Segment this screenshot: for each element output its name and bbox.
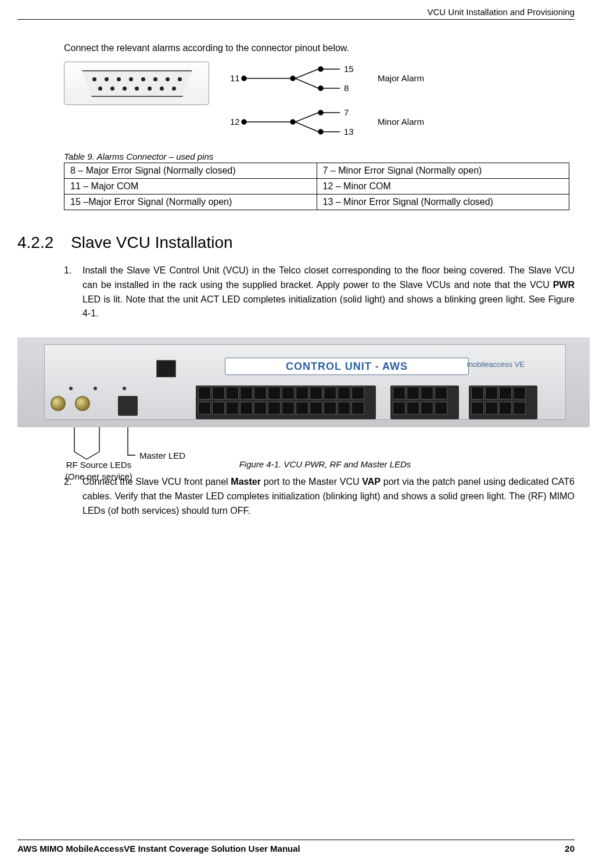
rf-led-2: [94, 387, 97, 390]
pinout-area: 11 15 8 12 7 13 Major Alarm Minor Alarm: [64, 62, 575, 146]
section-title: Slave VCU Installation: [71, 233, 233, 252]
step-1: Install the Slave VE Control Unit (VCU) …: [64, 264, 575, 321]
table-cell: 7 – Minor Error Signal (Normally open): [317, 163, 569, 179]
svg-point-7: [318, 86, 323, 91]
svg-line-6: [295, 78, 318, 88]
svg-point-16: [318, 129, 323, 134]
svg-point-2: [290, 76, 295, 81]
step-2-vap: VAP: [362, 477, 381, 487]
pin-13-label: 13: [344, 127, 354, 136]
rf-source-line1: RF Source LEDs: [66, 460, 132, 470]
table-row: 15 –Major Error Signal (Normally open) 1…: [64, 195, 569, 210]
device-brand-label: mobileaccess VE: [467, 360, 525, 369]
rf-led-1: [69, 387, 73, 390]
table-row: 8 – Major Error Signal (Normally closed)…: [64, 163, 569, 179]
pin-diagram: 11 15 8 12 7 13 Major Alarm Minor Alarm: [227, 62, 459, 146]
alarms-pin-table: 8 – Major Error Signal (Normally closed)…: [64, 163, 569, 210]
header-rule: [17, 19, 575, 20]
step-2-text-a: Connect the Slave VCU front panel: [82, 477, 231, 487]
device-title-strip: CONTROL UNIT - AWS: [225, 358, 469, 375]
svg-line-15: [295, 122, 318, 132]
ethernet-ports-a: [390, 386, 459, 419]
footer-page-number: 20: [565, 844, 575, 853]
table-cell: 12 – Minor COM: [317, 179, 569, 195]
pin-12-label: 12: [230, 117, 240, 127]
table-row: 11 – Major COM 12 – Minor COM: [64, 179, 569, 195]
device-front-panel: CONTROL UNIT - AWS mobileaccess VE: [44, 344, 566, 420]
master-led: [123, 387, 126, 390]
step-2: Connect the Slave VCU front panel Master…: [64, 475, 575, 518]
ethernet-ports-b: [469, 386, 537, 419]
major-alarm-label: Major Alarm: [378, 73, 424, 83]
table-caption: Table 9. Alarms Connector – used pins: [64, 152, 575, 161]
svg-point-13: [318, 110, 323, 115]
pin-8-label: 8: [344, 83, 349, 93]
step-1-pwr: PWR: [553, 280, 575, 290]
management-port: [156, 360, 176, 377]
master-port: [118, 396, 138, 416]
footer-manual-title: AWS MIMO MobileAccessVE Instant Coverage…: [17, 844, 300, 853]
step-1-text-b: LED is lit. Note that the unit ACT LED c…: [82, 294, 575, 319]
minor-alarm-label: Minor Alarm: [378, 117, 424, 127]
svg-point-4: [318, 67, 323, 71]
table-cell: 13 – Minor Error Signal (Normally closed…: [317, 195, 569, 210]
svg-line-3: [295, 69, 318, 78]
figure-4-1: PWR LED CONTROL UNIT - AWS mobileaccess …: [17, 337, 575, 469]
figure-caption: Figure 4-1. VCU PWR, RF and Master LEDs: [76, 459, 575, 469]
svg-point-11: [290, 120, 295, 124]
header-chapter-title: VCU Unit Installation and Provisioning: [17, 7, 575, 17]
dsub-connector-image: [64, 62, 209, 105]
device-photo: CONTROL UNIT - AWS mobileaccess VE: [17, 337, 590, 427]
master-led-callout: Master LED: [139, 451, 185, 460]
table-cell: 11 – Major COM: [64, 179, 317, 195]
table-cell: 8 – Major Error Signal (Normally closed): [64, 163, 317, 179]
ve-access-ports: [196, 386, 376, 419]
coax-port-1: [51, 396, 66, 411]
pin-7-label: 7: [344, 107, 349, 117]
page-footer: AWS MIMO MobileAccessVE Instant Coverage…: [17, 840, 575, 853]
section-number: 4.2.2: [17, 233, 71, 252]
svg-line-12: [295, 113, 318, 122]
coax-port-2: [75, 396, 90, 411]
table-cell: 15 –Major Error Signal (Normally open): [64, 195, 317, 210]
step-2-text-b: port to the Master VCU: [261, 477, 362, 487]
pin-15-label: 15: [344, 64, 354, 74]
step-1-text-a: Install the Slave VE Control Unit (VCU) …: [82, 265, 575, 290]
svg-point-0: [242, 76, 246, 81]
pin-11-label: 11: [230, 73, 240, 83]
intro-paragraph: Connect the relevant alarms according to…: [64, 43, 575, 53]
step-2-master: Master: [231, 477, 261, 487]
svg-point-9: [242, 120, 246, 124]
section-heading: 4.2.2 Slave VCU Installation: [17, 233, 575, 252]
